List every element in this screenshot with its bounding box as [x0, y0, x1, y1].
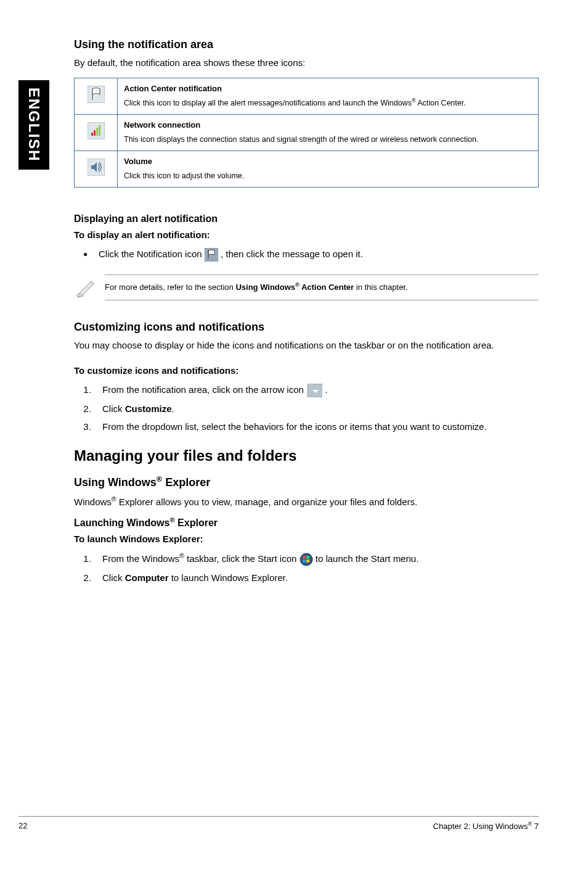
page-number: 22	[18, 820, 27, 833]
up-arrow-tray-icon	[306, 384, 322, 397]
chapter-label: Chapter 2: Using Windows® 7	[433, 820, 539, 833]
list-item: From the dropdown list, select the behav…	[94, 420, 539, 433]
customize-steps-title: To customize icons and notifications:	[74, 364, 539, 377]
pencil-note-icon	[74, 273, 105, 302]
language-tab: ENGLISH	[18, 80, 49, 170]
volume-icon-cell	[75, 151, 118, 187]
alert-heading: Displaying an alert notification	[74, 212, 539, 226]
section-title-notification-area: Using the notification area	[74, 37, 539, 52]
network-icon-cell	[75, 114, 118, 151]
svg-rect-11	[303, 556, 306, 559]
notification-area-intro: By default, the notification area shows …	[74, 56, 539, 69]
alert-steps-list: Click the Notification icon , then click…	[94, 247, 539, 262]
svg-rect-14	[306, 559, 309, 563]
list-item: From the Windows® taskbar, click the Sta…	[94, 551, 539, 566]
launch-subheading: To launch Windows Explorer:	[74, 532, 539, 545]
volume-icon	[88, 159, 105, 176]
svg-rect-12	[306, 556, 309, 559]
customize-steps-list: From the notification area, click on the…	[94, 383, 539, 433]
svg-rect-13	[303, 559, 306, 563]
svg-point-10	[300, 553, 312, 566]
flag-icon	[88, 86, 105, 103]
svg-rect-2	[91, 133, 93, 136]
table-row: Volume Click this icon to adjust the vol…	[75, 151, 539, 187]
customize-intro: You may choose to display or hide the ic…	[74, 339, 539, 352]
svg-rect-4	[96, 128, 98, 136]
row-title: Action Center notification	[124, 83, 532, 94]
section-title-explorer: Using Windows® Explorer	[74, 474, 539, 490]
row-desc: This icon displays the connection status…	[124, 135, 478, 144]
note-text: For more details, refer to the section U…	[105, 274, 539, 300]
row-title: Network connection	[124, 120, 532, 131]
svg-rect-3	[94, 130, 96, 136]
row-desc: Click this icon to display all the alert…	[124, 99, 466, 107]
network-desc-cell: Network connection This icon displays th…	[118, 114, 539, 151]
volume-desc-cell: Volume Click this icon to adjust the vol…	[118, 151, 539, 187]
alert-subheading: To display an alert notification:	[74, 228, 539, 241]
list-item: From the notification area, click on the…	[94, 383, 539, 397]
table-row: Network connection This icon displays th…	[75, 114, 539, 151]
notification-icons-table: Action Center notification Click this ic…	[74, 78, 539, 187]
launch-steps-list: From the Windows® taskbar, click the Sta…	[94, 551, 539, 584]
action-center-desc-cell: Action Center notification Click this ic…	[118, 78, 539, 115]
row-title: Volume	[124, 156, 532, 167]
start-orb-icon	[300, 553, 313, 566]
explorer-intro: Windows® Explorer allows you to view, ma…	[74, 495, 539, 508]
svg-rect-5	[99, 125, 100, 136]
action-center-icon-cell	[75, 78, 118, 115]
section-title-customizing: Customizing icons and notifications	[74, 320, 539, 335]
list-item: Click Computer to launch Windows Explore…	[94, 571, 539, 584]
network-signal-icon	[88, 122, 105, 139]
table-row: Action Center notification Click this ic…	[75, 78, 539, 115]
page-footer: 22 Chapter 2: Using Windows® 7	[18, 816, 539, 833]
list-item: Click Customize.	[94, 402, 539, 415]
row-desc: Click this icon to adjust the volume.	[124, 171, 244, 180]
major-heading-managing: Managing your files and folders	[74, 445, 539, 466]
note-box: For more details, refer to the section U…	[74, 273, 539, 302]
notification-flag-icon	[205, 248, 218, 262]
launch-heading: Launching Windows® Explorer	[74, 516, 539, 530]
list-item: Click the Notification icon , then click…	[94, 247, 539, 262]
